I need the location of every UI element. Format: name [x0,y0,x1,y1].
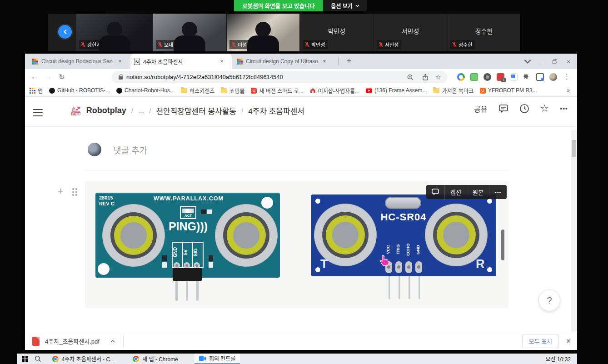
add-comment-input[interactable]: 댓글 추가 [113,144,147,156]
favorite-star-icon[interactable]: ☆ [540,104,549,114]
download-bar-divider [123,335,124,347]
page-scrollbar[interactable] [571,130,577,332]
hcsr04-sensor-image: HC-SR04 VCC TRIG ECHO GND T R [311,194,496,276]
collapse-filmstrip-button[interactable] [58,25,72,39]
zoom-filmstrip: 강현서 오대규 이성현 박민성 박민성 서민성 서민성 정수현 정수현 [48,14,520,51]
image-original-button[interactable]: 원본 [467,185,489,199]
bookmark-github-robotis[interactable]: GitHub - ROBOTIS-... [49,87,110,94]
drag-handle[interactable] [72,188,77,196]
bookmark-folder-shopping[interactable]: 쇼핑몰 [221,87,244,95]
hcsr04-name-silkscreen: HC-SR04 [366,211,441,223]
participant-name-chip: 서민성 [377,40,401,49]
tab-search-icon[interactable] [521,59,534,64]
image-more-button[interactable]: ••• [489,185,507,199]
participant-video-tile[interactable]: 오대규 [153,14,226,51]
ping-name-silkscreen: PING))) [149,220,227,233]
browser-toolbar: ← → ↻ notion.so/robotplay/4-712ef2a631f0… [25,69,577,85]
pin-pad [184,262,190,269]
breadcrumb-current-page[interactable]: 4주차 초음파센서 [248,105,304,116]
close-tab-icon[interactable]: × [116,58,124,65]
bookmark-apps[interactable]: 앱 [30,87,43,95]
bookmark-yfrobot[interactable]: U YFROBOT PM R3... [480,87,537,94]
view-options-button[interactable]: 옵션 보기 [323,0,367,11]
zoom-page-icon[interactable] [407,74,414,81]
add-block-button[interactable]: + [58,185,64,197]
bookmark-ezshop[interactable]: 이지샵-사업자를... [310,87,359,95]
comments-icon[interactable] [498,104,508,114]
minimize-button[interactable]: – [534,58,548,65]
taskbar-task-newtab[interactable]: 새 탭 - Chrome [128,354,183,364]
breadcrumb-parent-page[interactable]: 천안직장맘센터 봉사활동 [156,105,236,116]
hcsr04-t-label: T [320,257,328,271]
view-options-label: 옵션 보기 [331,2,353,10]
taskbar-search-icon[interactable] [35,355,41,362]
forward-button[interactable]: → [41,73,55,81]
chevron-down-icon [355,5,359,7]
image-caption-button[interactable]: 캡션 [445,185,467,199]
download-chevron-up-icon[interactable] [110,340,115,343]
ping-act-led: ACT [180,206,196,219]
github-icon [49,88,55,94]
smd-part [201,209,206,214]
bookmark-folder-huskylens[interactable]: 허스키렌즈 [181,87,214,95]
bookmark-youtube-frame-assem[interactable]: (136) Frame Assem... [366,87,427,94]
sensor-image-block[interactable]: 28015 REV C WWW.PARALLAX.COM ACT PING)))… [85,181,508,308]
history-clock-icon[interactable] [519,104,529,114]
extension-ocam-icon[interactable] [457,73,465,81]
taskbar-clock[interactable]: 오전 10:32 [546,355,571,363]
page-scrollbar-thumb[interactable] [572,140,576,157]
mic-muted-icon [452,42,457,47]
address-bar[interactable]: notion.so/robotplay/4-712ef2a631f040a5b6… [111,71,448,83]
bookmark-folder-imported[interactable]: 가져온 북마크 [433,87,473,95]
close-window-button[interactable]: × [562,58,575,65]
tab-circuit-design-1[interactable]: Circuit design Bodacious Sango × [29,54,130,69]
show-all-downloads-button[interactable]: 모두 표시 [522,334,559,348]
extension-wheel-icon[interactable] [483,73,491,81]
start-button[interactable] [22,356,28,362]
ping-part-number: 28015 [99,195,115,201]
share-icon[interactable] [422,74,429,81]
close-tab-icon[interactable]: × [321,58,328,65]
extension-sidebar-icon[interactable] [536,73,544,81]
secure-lock-icon[interactable] [119,75,123,80]
tab-notion-active[interactable]: N 4주차 초음파센서 × [130,54,232,69]
notion-help-button[interactable]: ? [538,289,560,311]
extension-translate-icon[interactable] [510,73,518,81]
image-block-scrollbar[interactable] [501,229,504,260]
extension-capture-icon[interactable] [470,73,478,81]
pin-label-echo: ECHO [405,239,412,260]
bookmarks-overflow-chevron[interactable]: » [567,87,570,94]
extensions-puzzle-icon[interactable] [523,73,531,81]
participant-video-tile[interactable]: 이성현 [227,14,299,51]
page-more-icon[interactable]: ••• [560,105,568,112]
taskbar-task-zoom-controls[interactable]: 회의 컨트롤 [194,354,240,364]
tab-circuit-design-2[interactable]: Circuit design Copy of Ultrason × [233,54,335,69]
extension-adblock-icon[interactable]: 7 [497,73,504,81]
pin-leg [409,276,410,299]
new-tab-button[interactable]: + [343,55,355,67]
bookmark-github-chariot[interactable]: Chariot-Robot-Hus... [116,87,174,94]
bookmark-star-icon[interactable]: ☆ [435,73,441,81]
bookmark-smart-robot[interactable]: U 새 버전 스마트 로... [251,87,303,95]
browser-menu-icon[interactable]: ⋮ [563,73,570,81]
breadcrumb-ellipsis[interactable]: ... [138,107,144,115]
restore-button[interactable] [548,59,562,64]
url-text[interactable]: notion.so/robotplay/4-712ef2a631f040a5b6… [126,74,403,80]
back-button[interactable]: ← [28,73,41,81]
participant-audio-tile[interactable]: 박민성 박민성 [300,14,373,51]
pin-pad [395,261,402,273]
participant-audio-tile[interactable]: 서민성 서민성 [374,14,447,51]
participant-video-tile[interactable]: 강현서 [76,14,152,51]
taskbar-task-notion[interactable]: 4주차 초음파센서 - C... [48,354,120,364]
participant-audio-tile[interactable]: 정수현 정수현 [448,14,520,51]
breadcrumb-workspace[interactable]: Robotplay [86,106,126,115]
close-tab-icon[interactable]: × [218,58,225,65]
share-button[interactable]: 공유 [474,103,487,114]
reload-button[interactable]: ↻ [55,73,69,81]
sidebar-menu-button[interactable] [33,107,43,119]
chrome-icon [133,356,139,362]
close-download-bar-icon[interactable]: × [566,337,571,346]
profile-avatar[interactable] [549,73,557,81]
downloaded-filename[interactable]: 4주차_초음파센서.pdf [45,337,100,345]
image-comment-button[interactable] [426,185,445,199]
